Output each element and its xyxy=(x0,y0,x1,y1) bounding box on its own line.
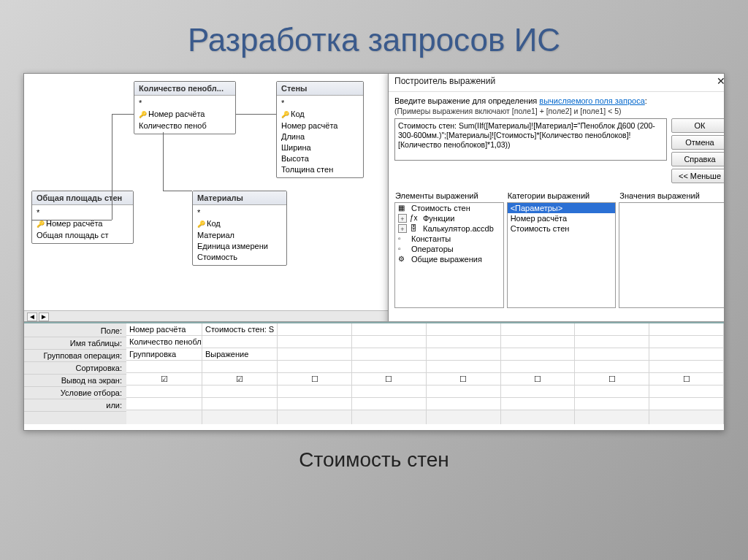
field-pk[interactable]: 🔑Код xyxy=(197,218,282,230)
table-total-wall-area[interactable]: Общая площадь стен * 🔑Номер расчёта Обща… xyxy=(31,191,134,244)
cell-show-checkbox[interactable]: ☐ xyxy=(575,373,649,386)
dialog-hint: (Примеры выражения включают [поле1] + [п… xyxy=(394,107,724,115)
categories-list[interactable]: <Параметры> Номер расчёта Стоимость стен xyxy=(507,202,617,308)
label-field: Поле: xyxy=(24,325,126,337)
field-star[interactable]: * xyxy=(197,207,282,218)
field-list[interactable]: * 🔑Код Номер расчёта Длина Ширина Высота… xyxy=(277,96,363,177)
cell-show-checkbox[interactable]: ☑ xyxy=(202,373,277,386)
table-quantity-penoblocks[interactable]: Количество пенобл... * 🔑Номер расчёта Ко… xyxy=(134,81,236,134)
cell-show-checkbox[interactable]: ☐ xyxy=(501,373,575,386)
list-item[interactable]: Стоимость стен xyxy=(508,223,616,234)
help-button[interactable]: Справка xyxy=(671,152,724,166)
field[interactable]: Количество пеноб xyxy=(139,120,231,131)
expression-builder-dialog: Построитель выражений ✕ Введите выражени… xyxy=(388,74,724,322)
field[interactable]: Ширина xyxy=(281,142,359,153)
tree-item[interactable]: +ƒxФункции xyxy=(395,213,503,223)
field[interactable]: Толщина стен xyxy=(281,164,359,175)
field-pk[interactable]: 🔑Номер расчёта xyxy=(139,109,231,120)
cell-groupop[interactable]: Группировка xyxy=(126,348,202,361)
cell-criteria[interactable] xyxy=(126,386,202,398)
grid-column[interactable]: ☐ xyxy=(352,323,427,424)
dialog-title-text: Построитель выражений xyxy=(394,76,495,86)
const-icon: ▫ xyxy=(398,234,408,243)
field[interactable]: Стоимость xyxy=(197,252,282,263)
grid-column[interactable]: ☐ xyxy=(427,323,501,424)
grid-column[interactable]: ☐ xyxy=(575,323,649,424)
field-list[interactable]: * 🔑Номер расчёта Общая площадь ст xyxy=(32,205,133,243)
tree-item[interactable]: ⚙Общие выражения xyxy=(395,254,503,264)
field-pk[interactable]: 🔑Код xyxy=(281,109,359,120)
label-groupop: Групповая операция: xyxy=(24,350,126,362)
field-star[interactable]: * xyxy=(139,98,231,109)
label-sort: Сортировка: xyxy=(24,362,126,375)
expression-textarea[interactable]: Стоимость стен: Sum(IIf([Материалы]![Мат… xyxy=(394,118,667,161)
slide-title: Разработка запросов ИС xyxy=(0,0,748,73)
grid-column[interactable]: ☐ xyxy=(649,323,724,424)
field[interactable]: Длина xyxy=(281,131,359,142)
tree-item[interactable]: ▫Операторы xyxy=(395,244,503,254)
key-icon: 🔑 xyxy=(139,111,147,118)
table-title: Количество пенобл... xyxy=(134,82,235,96)
cell-field[interactable]: Номер расчёта xyxy=(126,323,202,336)
cell-show-checkbox[interactable]: ☐ xyxy=(278,373,351,386)
elements-pane-header: Элементы выражений xyxy=(394,191,504,201)
calc-field-link[interactable]: вычисляемого поля запроса xyxy=(539,96,644,105)
cell-show-checkbox[interactable]: ☐ xyxy=(649,373,723,386)
expand-icon[interactable]: + xyxy=(398,214,407,223)
table-walls[interactable]: Стены * 🔑Код Номер расчёта Длина Ширина … xyxy=(276,81,364,178)
close-icon[interactable]: ✕ xyxy=(714,75,724,87)
field[interactable]: Единица измерени xyxy=(197,241,282,252)
cell-show-checkbox[interactable]: ☐ xyxy=(352,373,426,386)
less-button[interactable]: << Меньше xyxy=(671,169,724,183)
label-or: или: xyxy=(24,399,126,412)
query-grid[interactable]: Поле: Имя таблицы: Групповая операция: С… xyxy=(24,322,724,424)
grid-column[interactable]: Стоимость стен: S Выражение ☑ xyxy=(202,323,278,424)
table-materials[interactable]: Материалы * 🔑Код Материал Единица измере… xyxy=(192,191,287,266)
cell-show-checkbox[interactable]: ☐ xyxy=(427,373,500,386)
cell-sort[interactable] xyxy=(202,361,277,373)
list-item[interactable]: <Параметры> xyxy=(508,203,616,213)
ok-button[interactable]: ОК xyxy=(671,118,724,133)
dialog-titlebar: Построитель выражений ✕ xyxy=(389,74,724,92)
cell-groupop[interactable]: Выражение xyxy=(202,348,277,361)
cell-criteria[interactable] xyxy=(202,386,277,398)
grid-column[interactable]: ☐ xyxy=(501,323,576,424)
slide-caption: Стоимость стен xyxy=(0,448,748,472)
tree-item[interactable]: ▫Константы xyxy=(395,234,503,244)
table-title: Общая площадь стен xyxy=(32,191,133,205)
table-title: Материалы xyxy=(193,191,286,205)
field[interactable]: Материал xyxy=(197,230,282,241)
cell-table[interactable]: Количество пенобло xyxy=(126,336,202,348)
key-icon: 🔑 xyxy=(37,220,45,228)
scroll-left-icon[interactable]: ◄ xyxy=(27,312,37,321)
field[interactable]: Высота xyxy=(281,153,359,164)
elements-tree[interactable]: ▦Стоимость стен +ƒxФункции +🗄Калькулятор… xyxy=(394,202,504,308)
db-icon: 🗄 xyxy=(410,224,420,233)
field-list[interactable]: * 🔑Номер расчёта Количество пеноб xyxy=(134,96,235,134)
list-item[interactable]: Номер расчёта xyxy=(508,213,616,223)
cell-sort[interactable] xyxy=(126,361,202,373)
scroll-right-icon[interactable]: ► xyxy=(39,312,49,321)
grid-column[interactable]: ☐ xyxy=(278,323,352,424)
field-list[interactable]: * 🔑Код Материал Единица измерени Стоимос… xyxy=(193,205,286,265)
cell-field[interactable]: Стоимость стен: S xyxy=(202,323,277,336)
field-star[interactable]: * xyxy=(37,207,129,218)
cell-or[interactable] xyxy=(202,398,277,410)
query-design-area[interactable]: Количество пенобл... * 🔑Номер расчёта Ко… xyxy=(24,74,724,322)
cell-table[interactable] xyxy=(202,336,277,348)
expand-icon[interactable]: + xyxy=(398,224,407,233)
categories-pane-header: Категории выражений xyxy=(507,191,617,201)
access-query-designer: Количество пенобл... * 🔑Номер расчёта Ко… xyxy=(23,73,725,431)
values-list[interactable] xyxy=(619,202,724,308)
field[interactable]: Общая площадь ст xyxy=(37,230,129,241)
field-star[interactable]: * xyxy=(281,98,359,109)
cell-or[interactable] xyxy=(126,398,202,410)
fx-icon: ƒx xyxy=(410,214,420,223)
cell-show-checkbox[interactable]: ☑ xyxy=(126,373,202,386)
tree-item[interactable]: +🗄Калькулятор.accdb xyxy=(395,223,503,234)
cancel-button[interactable]: Отмена xyxy=(671,135,724,150)
tree-item[interactable]: ▦Стоимость стен xyxy=(395,203,503,213)
grid-column[interactable]: Номер расчёта Количество пенобло Группир… xyxy=(126,323,202,424)
field[interactable]: Номер расчёта xyxy=(281,120,359,131)
label-show: Вывод на экран: xyxy=(24,375,126,387)
